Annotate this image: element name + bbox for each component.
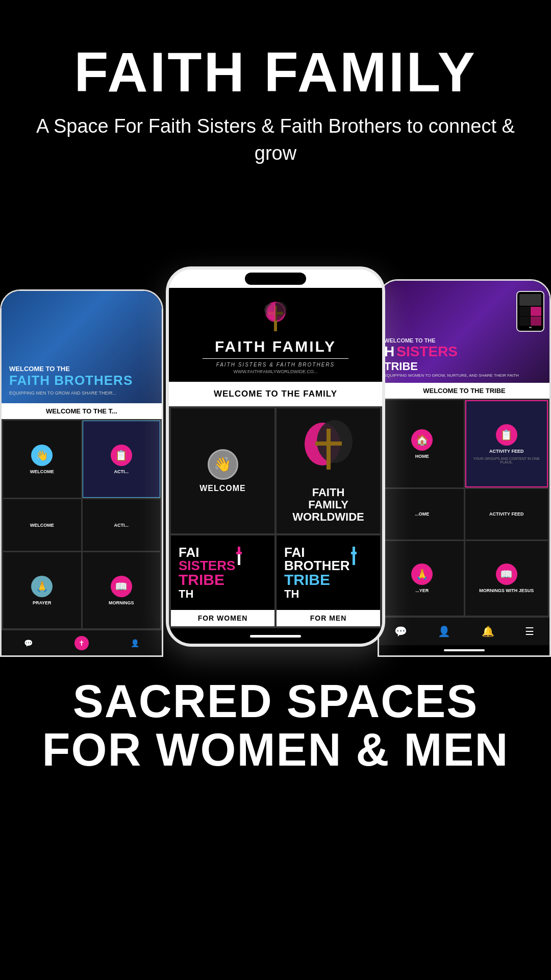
cell-label: ACTI...: [114, 469, 129, 474]
prayer-icon: 🙏: [31, 576, 53, 597]
home-indicator: [169, 628, 382, 644]
sacred-spaces-text: SACRED SPACES FOR WOMEN & MEN: [20, 677, 531, 774]
cell-label: HOME: [415, 454, 429, 459]
right-subtitle: EQUIPPING WOMEN TO GROW, NURTURE, AND SH…: [384, 373, 544, 378]
list-item: 🏠 HOME: [381, 400, 464, 487]
faith-family-cell[interactable]: FAITHFAMILYWORLDWIDE: [277, 408, 380, 534]
right-welcome-text: WELCOME TO THE: [384, 337, 544, 344]
sisters-text: SISTERS: [179, 559, 235, 572]
phones-section: WELCOME TO THE FAITH BROTHERS EQUIPPING …: [0, 187, 551, 657]
faith-family-worldwide-text: FAITHFAMILYWORLDWIDE: [292, 486, 364, 524]
user-icon[interactable]: 👤: [128, 636, 142, 650]
center-logo-url: WWW.FAITHFAMILYWORLDWIDE.CO...: [184, 369, 367, 374]
cell-label: WELCOME: [30, 469, 54, 474]
chat-icon[interactable]: 💬: [21, 636, 35, 650]
svg-rect-13: [353, 554, 355, 565]
chat-nav-icon[interactable]: 💬: [394, 625, 407, 638]
faith-brother-text: FAI: [284, 546, 305, 559]
cell-label: ACTIVITY FEED: [489, 449, 523, 454]
list-item: WELCOME: [3, 499, 81, 551]
activity-desc: YOUR GROUPS AND CONTENT IN ONE PLACE.: [468, 457, 545, 464]
welcome-hand-icon: 👋: [208, 449, 238, 480]
welcome-cell-label: WELCOME: [199, 484, 246, 493]
mini-phone-thumbnail: FAI: [516, 291, 544, 332]
left-welcome-text: WELCOME TO THE: [9, 365, 154, 373]
left-screen-grid: 👋 WELCOME 📋 ACTI... WELCOME ACTI... 🙏 PR…: [2, 419, 162, 630]
list-item: ACTIVITY FEED: [465, 489, 548, 540]
left-screen-top: WELCOME TO THE FAITH BROTHERS EQUIPPING …: [2, 291, 162, 403]
left-bottom-nav: 💬 ✝ 👤: [2, 630, 162, 655]
list-item: 📋 ACTI...: [83, 421, 161, 498]
list-item: 📖 MORNINGS: [83, 552, 161, 628]
faith-text: FAI: [179, 546, 199, 559]
center-screen: FAITH FAMILY FAITH SISTERS & FAITH BROTH…: [169, 288, 382, 644]
cell-label: ACTI...: [114, 523, 129, 528]
svg-rect-8: [315, 442, 342, 446]
sisters-cross-icon: [236, 547, 251, 567]
list-item: ACTI...: [83, 499, 161, 551]
tree-cross-svg: [298, 419, 359, 480]
bottom-line2: FOR WOMEN & MEN: [42, 724, 509, 775]
home-bar: [250, 635, 301, 638]
phone-notch: [245, 273, 306, 285]
welcome-cell[interactable]: 👋 WELCOME: [171, 408, 274, 534]
svg-rect-11: [236, 552, 242, 554]
faith-brothers-cell[interactable]: FAI BROTHER TRIBE: [277, 535, 380, 626]
brother-text: BROTHER: [284, 559, 350, 572]
profile-nav-icon[interactable]: 👤: [438, 625, 450, 638]
header-subtitle: A Space For Faith Sisters & Faith Brothe…: [31, 113, 520, 167]
book-icon: 📖: [496, 564, 517, 585]
right-tribe-text: TRIBE: [384, 360, 544, 373]
faith-icon[interactable]: ✝: [74, 636, 89, 650]
cell-label: ACTIVITY FEED: [489, 511, 523, 517]
cell-label: ...OME: [415, 511, 429, 517]
center-divider: [203, 358, 348, 359]
menu-nav-icon[interactable]: ☰: [525, 625, 534, 638]
list-item: 📋 ACTIVITY FEED YOUR GROUPS AND CONTENT …: [465, 400, 548, 487]
cell-label: WELCOME: [30, 523, 54, 528]
bottom-line1: SACRED SPACES: [73, 676, 478, 727]
header-section: FAITH FAMILY A Space For Faith Sisters &…: [0, 0, 551, 187]
center-app-title: FAITH FAMILY: [184, 338, 367, 355]
svg-rect-14: [351, 552, 357, 554]
left-welcome-bar: WELCOME TO THE T...: [2, 403, 162, 419]
right-screen-grid: 🏠 HOME 📋 ACTIVITY FEED YOUR GROUPS AND C…: [379, 399, 549, 617]
faith-sisters-cell[interactable]: FAI SISTERS TRIBE: [171, 535, 274, 626]
list-item: ...OME: [381, 489, 464, 540]
app-title: FAITH FAMILY: [31, 41, 520, 103]
welcome-icon: 👋: [31, 445, 53, 466]
h-text: H: [384, 344, 394, 360]
left-equipping-text: EQUIPPING MEN TO GROW AND SHARE THEIR...: [9, 390, 154, 396]
left-brothers-text: FAITH BROTHERS: [9, 373, 154, 388]
activity-icon: 📋: [111, 445, 132, 466]
center-welcome-bar: WELCOME TO THE FAMILY: [169, 382, 382, 406]
cell-label: ...YER: [415, 588, 429, 593]
brothers-cross-icon: [351, 547, 365, 567]
right-welcome-bar: WELCOME TO THE TRIBE: [379, 383, 549, 399]
activity-feed-icon: 📋: [496, 424, 517, 446]
book-icon: 📖: [111, 576, 132, 597]
center-logo-subtitle: FAITH SISTERS & FAITH BROTHERS: [184, 362, 367, 368]
cross-tree-icon: [260, 301, 291, 334]
phone-notch-bar: [169, 270, 382, 288]
tribe-blue-text: TRIBE: [284, 572, 330, 587]
cell-label: PRAYER: [33, 600, 52, 605]
tribe-pink-text: TRIBE: [179, 572, 224, 587]
right-sisters-text: SISTERS: [396, 344, 458, 360]
bell-nav-icon[interactable]: 🔔: [482, 625, 494, 638]
right-bottom-nav: 💬 👤 🔔 ☰: [379, 617, 549, 645]
left-phone: WELCOME TO THE FAITH BROTHERS EQUIPPING …: [0, 289, 163, 657]
right-phone: WELCOME TO THE H SISTERS TRIBE EQUIPPING…: [378, 279, 551, 657]
cell-label: MORNINGS: [109, 600, 134, 605]
list-item: 🙏 PRAYER: [3, 552, 81, 628]
center-app-grid: 👋 WELCOME: [169, 406, 382, 629]
bottom-text-section: SACRED SPACES FOR WOMEN & MEN: [0, 657, 551, 804]
home-icon: 🏠: [411, 429, 433, 451]
svg-rect-10: [238, 554, 240, 565]
right-screen-top: WELCOME TO THE H SISTERS TRIBE EQUIPPING…: [379, 281, 549, 383]
th-brother-text: TH: [284, 589, 372, 600]
list-item: 👋 WELCOME: [3, 421, 81, 498]
list-item: 🙏 ...YER: [381, 541, 464, 616]
prayer-icon: 🙏: [411, 564, 433, 585]
list-item: 📖 MORNINGS WITH JESUS: [465, 541, 548, 616]
